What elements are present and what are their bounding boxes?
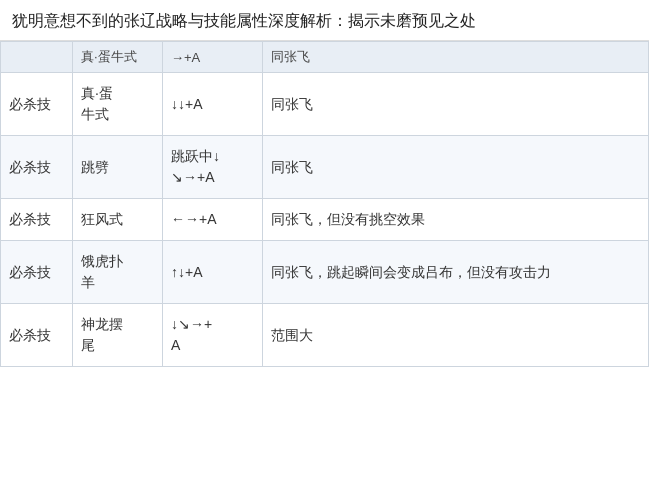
- col-header-input: →+A: [163, 42, 263, 73]
- header: 犹明意想不到的张辽战略与技能属性深度解析：揭示未磨预见之处: [0, 0, 649, 41]
- cell-desc: 范围大: [263, 304, 649, 367]
- cell-name: 跳劈: [73, 136, 163, 199]
- cell-input: 跳跃中↓ ↘→+A: [163, 136, 263, 199]
- table-wrapper: 真·蛋牛式 →+A 同张飞 必杀技真·蛋 牛式↓↓+A同张飞必杀技跳劈跳跃中↓ …: [0, 41, 649, 500]
- page-container: 犹明意想不到的张辽战略与技能属性深度解析：揭示未磨预见之处 真·蛋牛式 →+A …: [0, 0, 649, 500]
- cell-desc: 同张飞，但没有挑空效果: [263, 199, 649, 241]
- cell-type: 必杀技: [1, 73, 73, 136]
- table-header-row: 真·蛋牛式 →+A 同张飞: [1, 42, 649, 73]
- col-header-type: [1, 42, 73, 73]
- table-row: 必杀技神龙摆 尾↓↘→+ A范围大: [1, 304, 649, 367]
- cell-desc: 同张飞，跳起瞬间会变成吕布，但没有攻击力: [263, 241, 649, 304]
- cell-input: ↓↓+A: [163, 73, 263, 136]
- cell-name: 狂风式: [73, 199, 163, 241]
- cell-type: 必杀技: [1, 241, 73, 304]
- cell-desc: 同张飞: [263, 136, 649, 199]
- table-row: 必杀技狂风式←→+A同张飞，但没有挑空效果: [1, 199, 649, 241]
- cell-input: ↓↘→+ A: [163, 304, 263, 367]
- col-header-desc: 同张飞: [263, 42, 649, 73]
- cell-name: 真·蛋 牛式: [73, 73, 163, 136]
- skills-table: 真·蛋牛式 →+A 同张飞 必杀技真·蛋 牛式↓↓+A同张飞必杀技跳劈跳跃中↓ …: [0, 41, 649, 367]
- cell-desc: 同张飞: [263, 73, 649, 136]
- cell-input: ↑↓+A: [163, 241, 263, 304]
- cell-type: 必杀技: [1, 136, 73, 199]
- cell-input: ←→+A: [163, 199, 263, 241]
- cell-name: 饿虎扑 羊: [73, 241, 163, 304]
- table-row: 必杀技真·蛋 牛式↓↓+A同张飞: [1, 73, 649, 136]
- table-row: 必杀技饿虎扑 羊↑↓+A同张飞，跳起瞬间会变成吕布，但没有攻击力: [1, 241, 649, 304]
- page-title: 犹明意想不到的张辽战略与技能属性深度解析：揭示未磨预见之处: [12, 10, 637, 32]
- col-header-name: 真·蛋牛式: [73, 42, 163, 73]
- cell-type: 必杀技: [1, 199, 73, 241]
- table-row: 必杀技跳劈跳跃中↓ ↘→+A同张飞: [1, 136, 649, 199]
- cell-type: 必杀技: [1, 304, 73, 367]
- cell-name: 神龙摆 尾: [73, 304, 163, 367]
